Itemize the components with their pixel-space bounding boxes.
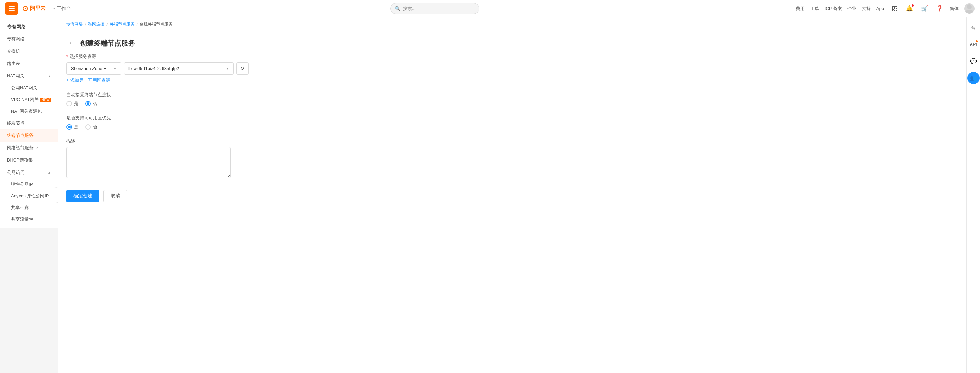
cancel-button[interactable]: 取消 xyxy=(103,190,127,202)
cart-icon: 🛒 xyxy=(921,5,928,12)
bell-icon-btn[interactable]: 🔔 xyxy=(905,4,914,13)
sidebar-item-label-endpoint: 终端节点 xyxy=(7,120,25,126)
lang-switcher[interactable]: 简体 xyxy=(950,5,959,12)
right-edit-icon-btn[interactable]: ✎ xyxy=(968,22,979,33)
az-priority-yes-radio[interactable] xyxy=(67,124,72,130)
az-priority-yes-label: 是 xyxy=(74,124,78,130)
sidebar-item-switch[interactable]: 交换机 xyxy=(0,45,58,57)
nav-link-app[interactable]: App xyxy=(876,6,884,11)
sidebar-wrapper: 专有网络 专有网络 交换机 路由表 NAT网关 ▲ 公网NAT网关 VPC NA… xyxy=(0,17,58,373)
sidebar-subitem-eip[interactable]: 弹性公网IP xyxy=(0,179,58,190)
right-sidebar: ✎ API 💬 👥 xyxy=(966,17,980,373)
nav-link-cost[interactable]: 费用 xyxy=(796,5,805,12)
svg-point-1 xyxy=(965,10,974,14)
confirm-create-button[interactable]: 确定创建 xyxy=(67,190,99,202)
image-icon-btn[interactable]: 🖼 xyxy=(889,4,899,13)
sidebar-item-network-intel[interactable]: 网络智能服务 ↗ xyxy=(0,142,58,154)
sidebar-subitem-anycast[interactable]: Anycast弹性公网IP xyxy=(0,190,58,202)
sidebar-subitem-label-vpc-nat: VPC NAT网关 xyxy=(11,97,39,103)
sidebar-subitem-shared-bw[interactable]: 共享带宽 xyxy=(0,202,58,214)
nav-left: ⊙ 阿里云 ⌂ 工作台 xyxy=(5,2,74,15)
back-button[interactable]: ← xyxy=(67,38,76,48)
search-input[interactable] xyxy=(403,6,475,11)
az-priority-yes[interactable]: 是 xyxy=(67,124,78,130)
breadcrumb-vpc[interactable]: 专有网络 xyxy=(67,21,83,27)
auto-accept-no-label: 否 xyxy=(93,101,97,107)
sidebar-item-vpc[interactable]: 专有网络 xyxy=(0,33,58,45)
sidebar-item-endpoint-service[interactable]: 终端节点服务 xyxy=(0,129,58,142)
az-priority-no[interactable]: 否 xyxy=(85,124,97,130)
breadcrumb: 专有网络 / 私网连接 / 终端节点服务 / 创建终端节点服务 xyxy=(58,17,966,32)
cart-icon-btn[interactable]: 🛒 xyxy=(920,4,929,13)
search-icon: 🔍 xyxy=(395,6,400,11)
az-priority-label: 是否支持同可用区优先 xyxy=(67,115,958,121)
sidebar-item-label-endpoint-service: 终端节点服务 xyxy=(7,132,33,138)
auto-accept-label: 自动接受终端节点连接 xyxy=(67,92,958,98)
sidebar-subitem-label-traffic-pkg: 共享流量包 xyxy=(11,216,33,222)
home-icon: ⌂ xyxy=(52,6,55,11)
logo-icon: ⊙ xyxy=(22,4,28,13)
service-resource-label: * 选择服务资源 xyxy=(67,53,958,60)
required-mark: * xyxy=(67,54,68,59)
sidebar-item-label-dhcp: DHCP选项集 xyxy=(7,157,33,163)
sidebar-subitem-public-nat[interactable]: 公网NAT网关 xyxy=(0,82,58,94)
form-actions: 确定创建 取消 xyxy=(67,190,958,202)
nav-link-ticket[interactable]: 工单 xyxy=(810,5,819,12)
chat-icon: 💬 xyxy=(970,58,977,64)
auto-accept-radio-group: 是 否 xyxy=(67,101,958,107)
sidebar-group-label-public: 公网访问 xyxy=(7,170,25,176)
right-api-icon-btn[interactable]: API xyxy=(968,39,979,50)
sidebar-subitem-traffic-pkg[interactable]: 共享流量包 xyxy=(0,214,58,225)
breadcrumb-endpoint-svc[interactable]: 终端节点服务 xyxy=(110,21,135,27)
auto-accept-yes-radio[interactable] xyxy=(67,101,72,106)
form-section-az-priority: 是否支持同可用区优先 是 否 xyxy=(67,115,958,130)
region-select[interactable]: Shenzhen Zone E ▼ xyxy=(67,62,121,75)
sidebar-item-endpoint[interactable]: 终端节点 xyxy=(0,117,58,129)
auto-accept-no[interactable]: 否 xyxy=(85,101,97,107)
sidebar-subitem-vpc-nat[interactable]: VPC NAT网关 NEW xyxy=(0,94,58,105)
sidebar-group-nat[interactable]: NAT网关 ▲ xyxy=(0,70,58,82)
right-chat-icon-btn[interactable]: 💬 xyxy=(968,56,979,67)
resource-chevron-icon: ▼ xyxy=(226,67,229,70)
nav-link-support[interactable]: 支持 xyxy=(862,5,871,12)
logo[interactable]: ⊙ 阿里云 xyxy=(22,4,46,13)
az-priority-no-radio[interactable] xyxy=(85,124,91,130)
nav-right: 费用 工单 ICP 备案 企业 支持 App 🖼 🔔 🛒 ❓ 简体 xyxy=(796,3,975,14)
logo-text: 阿里云 xyxy=(30,5,46,12)
api-dot xyxy=(975,40,978,43)
form-row-resource: Shenzhen Zone E ▼ lb-wz9nt1biz4r2z68nfqf… xyxy=(67,62,958,75)
sidebar-group-public[interactable]: 公网访问 ▲ xyxy=(0,166,58,179)
sidebar-subitem-label-public-nat: 公网NAT网关 xyxy=(11,85,37,91)
workbench-button[interactable]: ⌂ 工作台 xyxy=(50,4,74,13)
description-textarea[interactable] xyxy=(67,147,231,178)
new-badge: NEW xyxy=(40,97,51,102)
page-title: 创建终端节点服务 xyxy=(80,39,135,48)
form-section-auto-accept: 自动接受终端节点连接 是 否 xyxy=(67,92,958,107)
search-box[interactable]: 🔍 xyxy=(390,3,479,14)
refresh-button[interactable]: ↻ xyxy=(236,62,248,75)
nav-link-icp[interactable]: ICP 备案 xyxy=(824,5,842,12)
right-people-icon-btn[interactable]: 👥 xyxy=(967,72,980,84)
sidebar-subitem-nat-resource[interactable]: NAT网关资源包 xyxy=(0,105,58,117)
nav-link-enterprise[interactable]: 企业 xyxy=(848,5,856,12)
user-avatar[interactable] xyxy=(964,3,975,14)
add-az-resource-link[interactable]: + 添加另一可用区资源 xyxy=(67,77,110,84)
auto-accept-no-radio[interactable] xyxy=(85,101,91,106)
nav-center: 🔍 xyxy=(74,3,795,14)
sidebar-item-route[interactable]: 路由表 xyxy=(0,57,58,70)
auto-accept-yes[interactable]: 是 xyxy=(67,101,78,107)
breadcrumb-sep-1: / xyxy=(85,22,86,27)
resource-select[interactable]: lb-wz9nt1biz4r2z68nfqfp2 ▼ xyxy=(124,62,234,75)
sidebar-item-dhcp[interactable]: DHCP选项集 xyxy=(0,154,58,166)
az-priority-no-label: 否 xyxy=(93,124,97,130)
workbench-label: 工作台 xyxy=(57,5,71,12)
sidebar-item-label-vpc: 专有网络 xyxy=(7,36,25,42)
breadcrumb-sep-2: / xyxy=(107,22,108,27)
sidebar-section-title: 专有网络 xyxy=(0,20,58,33)
sidebar: 专有网络 专有网络 交换机 路由表 NAT网关 ▲ 公网NAT网关 VPC NA… xyxy=(0,17,58,228)
sidebar-subitem-label-anycast: Anycast弹性公网IP xyxy=(11,193,49,199)
breadcrumb-private[interactable]: 私网连接 xyxy=(88,21,105,27)
help-icon-btn[interactable]: ❓ xyxy=(935,4,944,13)
menu-button[interactable] xyxy=(5,2,18,15)
form-section-description: 描述 xyxy=(67,138,958,179)
